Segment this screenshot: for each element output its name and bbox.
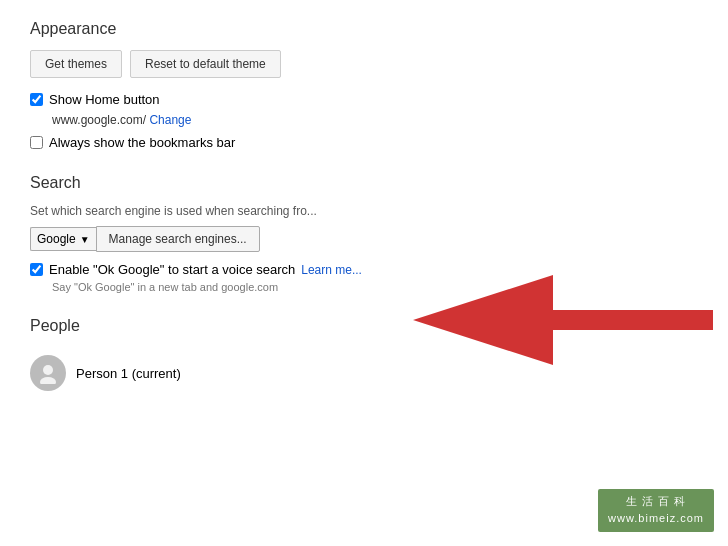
people-section: People Person 1 (current) [30, 317, 698, 399]
home-url-row: www.google.com/ Change [52, 113, 698, 127]
show-home-row: Show Home button [30, 92, 698, 107]
avatar [30, 355, 66, 391]
get-themes-button[interactable]: Get themes [30, 50, 122, 78]
bookmarks-bar-row: Always show the bookmarks bar [30, 135, 698, 150]
appearance-title: Appearance [30, 20, 698, 38]
person-name: Person 1 (current) [76, 366, 181, 381]
home-change-link[interactable]: Change [149, 113, 191, 127]
ok-google-checkbox[interactable] [30, 263, 43, 276]
bookmarks-bar-checkbox[interactable] [30, 136, 43, 149]
show-home-checkbox[interactable] [30, 93, 43, 106]
search-title: Search [30, 174, 698, 192]
ok-google-label: Enable "Ok Google" to start a voice sear… [49, 262, 295, 277]
ok-google-row: Enable "Ok Google" to start a voice sear… [30, 262, 698, 277]
show-home-label: Show Home button [49, 92, 160, 107]
settings-panel: Appearance Get themes Reset to default t… [0, 0, 728, 546]
svg-point-1 [40, 377, 56, 384]
person-row: Person 1 (current) [30, 347, 698, 399]
learn-more-link[interactable]: Learn me... [301, 263, 362, 277]
search-engine-label: Google [37, 232, 76, 246]
dropdown-arrow-icon: ▼ [80, 234, 90, 245]
search-description: Set which search engine is used when sea… [30, 204, 698, 218]
search-engine-dropdown[interactable]: Google ▼ [30, 227, 96, 251]
watermark: 生 活 百 科 www.bimeiz.com [598, 489, 714, 532]
bookmarks-bar-label: Always show the bookmarks bar [49, 135, 235, 150]
person-icon [37, 362, 59, 384]
manage-search-engines-button[interactable]: Manage search engines... [96, 226, 260, 252]
search-section: Search Set which search engine is used w… [30, 174, 698, 293]
watermark-line1: 生 活 百 科 [608, 493, 704, 511]
svg-point-0 [43, 365, 53, 375]
appearance-section: Appearance Get themes Reset to default t… [30, 20, 698, 150]
ok-google-hint: Say "Ok Google" in a new tab and google.… [52, 281, 698, 293]
home-url-text: www.google.com/ [52, 113, 146, 127]
people-title: People [30, 317, 698, 335]
theme-button-row: Get themes Reset to default theme [30, 50, 698, 78]
search-controls-row: Google ▼ Manage search engines... [30, 226, 698, 252]
watermark-line2: www.bimeiz.com [608, 510, 704, 528]
reset-theme-button[interactable]: Reset to default theme [130, 50, 281, 78]
